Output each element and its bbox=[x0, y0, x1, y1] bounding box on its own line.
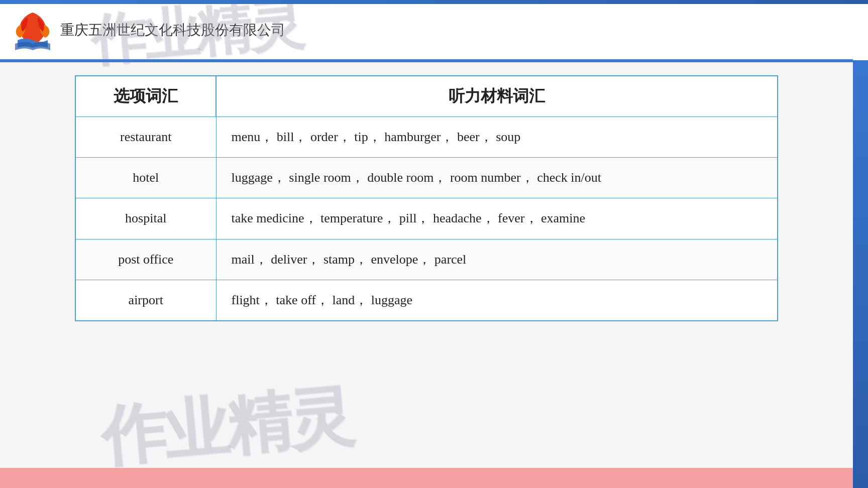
table-row: hotelluggage， single room， double room， … bbox=[75, 158, 778, 198]
vocabulary-cell: luggage， single room， double room， room … bbox=[216, 158, 778, 198]
company-name-text: 重庆五洲世纪文化科技股份有限公司 bbox=[60, 21, 285, 40]
header-bottom-strip bbox=[0, 59, 853, 62]
header-top-strip bbox=[0, 0, 868, 4]
vocabulary-cell: mail， deliver， stamp， envelope， parcel bbox=[216, 239, 778, 280]
col2-header: 听力材料词汇 bbox=[216, 76, 778, 117]
table-header-row: 选项词汇 听力材料词汇 bbox=[75, 76, 778, 117]
vocabulary-table: 选项词汇 听力材料词汇 restaurantmenu， bill， order，… bbox=[75, 75, 778, 321]
table-row: post officemail， deliver， stamp， envelop… bbox=[75, 239, 778, 280]
category-cell: post office bbox=[75, 239, 216, 280]
vocabulary-cell: menu， bill， order， tip， hamburger， beer，… bbox=[216, 117, 778, 158]
table-row: airportflight， take off， land， luggage bbox=[75, 280, 778, 321]
right-sidebar-bar bbox=[853, 0, 868, 488]
table-row: hospitaltake medicine， temperature， pill… bbox=[75, 198, 778, 239]
category-cell: hotel bbox=[75, 158, 216, 198]
vocabulary-cell: take medicine， temperature， pill， headac… bbox=[216, 198, 778, 239]
company-logo bbox=[10, 8, 55, 53]
table-row: restaurantmenu， bill， order， tip， hambur… bbox=[75, 117, 778, 158]
header: 重庆五洲世纪文化科技股份有限公司 作业精灵 bbox=[0, 0, 868, 60]
category-cell: airport bbox=[75, 280, 216, 321]
vocabulary-cell: flight， take off， land， luggage bbox=[216, 280, 778, 321]
category-cell: hospital bbox=[75, 198, 216, 239]
col1-header: 选项词汇 bbox=[75, 76, 216, 117]
category-cell: restaurant bbox=[75, 117, 216, 158]
bottom-bar bbox=[0, 468, 853, 488]
main-content: 选项词汇 听力材料词汇 restaurantmenu， bill， order，… bbox=[0, 60, 853, 488]
